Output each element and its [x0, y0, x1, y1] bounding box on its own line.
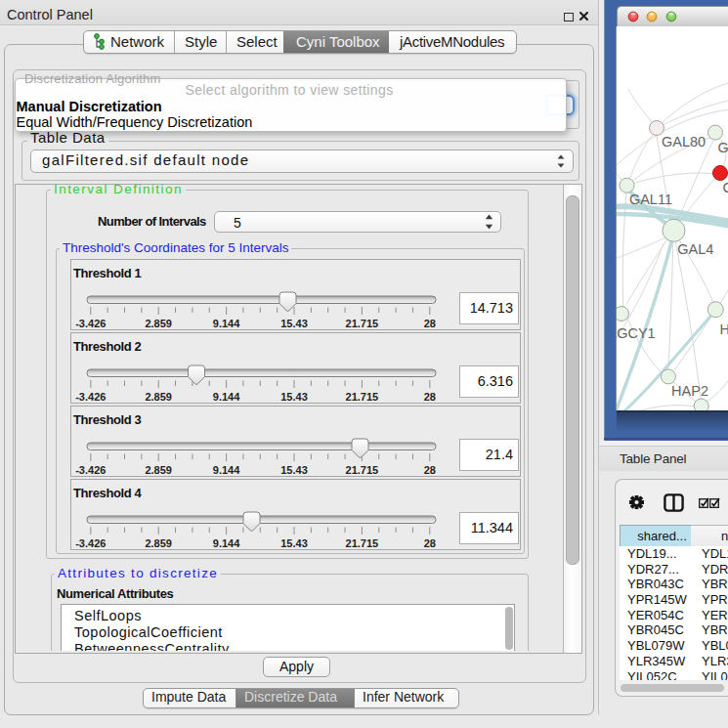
svg-text:GAL80: GAL80 [662, 134, 706, 150]
svg-text:HAP2: HAP2 [671, 383, 708, 399]
svg-text:21.715: 21.715 [346, 318, 379, 329]
svg-text:9.144: 9.144 [213, 318, 240, 329]
svg-text:15.43: 15.43 [280, 318, 308, 329]
svg-text:2.859: 2.859 [145, 318, 172, 329]
svg-text:28: 28 [424, 391, 436, 403]
svg-text:H: H [720, 321, 728, 337]
svg-text:21.715: 21.715 [346, 537, 379, 549]
svg-text:2.859: 2.859 [145, 391, 172, 403]
svg-text:C: C [722, 180, 728, 195]
svg-text:21.715: 21.715 [346, 391, 379, 403]
svg-text:15.43: 15.43 [280, 537, 308, 549]
svg-text:-3.426: -3.426 [75, 391, 106, 403]
svg-text:GCY1: GCY1 [617, 325, 656, 341]
svg-text:15.43: 15.43 [280, 391, 308, 403]
svg-text:21.715: 21.715 [346, 464, 379, 476]
svg-text:15.43: 15.43 [280, 464, 308, 476]
svg-text:2.859: 2.859 [145, 464, 172, 476]
svg-text:-3.426: -3.426 [75, 464, 106, 476]
svg-text:-3.426: -3.426 [75, 537, 106, 549]
svg-text:9.144: 9.144 [213, 464, 240, 476]
svg-text:28: 28 [424, 464, 436, 476]
svg-text:GA: GA [718, 140, 728, 155]
svg-text:-3.426: -3.426 [75, 318, 106, 329]
svg-text:GAL4: GAL4 [677, 241, 713, 257]
svg-text:2.859: 2.859 [145, 537, 172, 549]
svg-text:28: 28 [424, 318, 436, 329]
svg-text:9.144: 9.144 [213, 537, 240, 549]
svg-text:GAL11: GAL11 [629, 192, 672, 207]
svg-text:28: 28 [424, 537, 436, 549]
svg-text:9.144: 9.144 [213, 391, 240, 403]
